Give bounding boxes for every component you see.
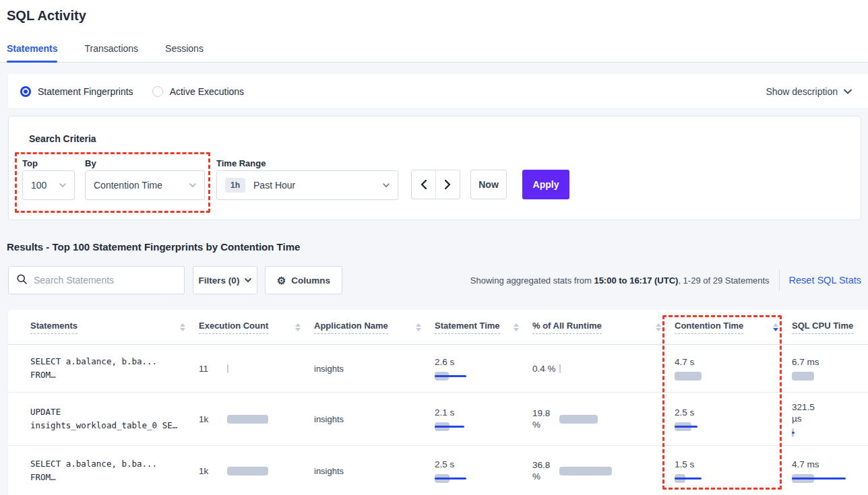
- apply-button[interactable]: Apply: [522, 170, 569, 199]
- search-statements-field[interactable]: [8, 266, 185, 294]
- table-row[interactable]: SELECT a.balance, b.ba...FROM… 11 insigh…: [8, 345, 868, 393]
- statement-cell[interactable]: SELECT a.balance, b.ba...FROM…: [30, 355, 199, 382]
- columns-button[interactable]: ⚙ Columns: [265, 266, 342, 294]
- column-header-pct-runtime[interactable]: % of All Runtime: [532, 321, 675, 334]
- tab-bar: Statements Transactions Sessions: [7, 43, 204, 62]
- bar-chart: [227, 364, 302, 373]
- tab-statements[interactable]: Statements: [7, 43, 57, 62]
- gear-icon: ⚙: [277, 275, 286, 286]
- sort-icon: [656, 323, 665, 331]
- chevron-down-icon: [383, 183, 390, 188]
- chevron-down-icon: [189, 183, 196, 188]
- filters-button[interactable]: Filters (0): [193, 266, 257, 294]
- bar-chart: [559, 467, 662, 475]
- show-description-label: Show description: [766, 86, 838, 97]
- top-label: Top: [22, 158, 38, 168]
- chevron-down-icon: [59, 183, 66, 188]
- radio-unselected-icon: [152, 86, 163, 97]
- by-select-value: Contention Time: [94, 180, 162, 191]
- sort-desc-icon: [773, 323, 782, 331]
- statement-cell[interactable]: SELECT a.balance, b.ba...FROM…: [30, 457, 199, 484]
- statement-time-cell: 2.1 s: [435, 407, 532, 431]
- time-range-value: Past Hour: [253, 180, 295, 191]
- search-statements-input[interactable]: [34, 275, 176, 286]
- sql-cpu-time-cell: 4.7 ms: [792, 459, 868, 483]
- results-heading: Results - Top 100 Statement Fingerprints…: [7, 241, 300, 253]
- sort-icon: [295, 323, 305, 331]
- column-header-sql-cpu-time[interactable]: SQL CPU Time: [792, 321, 868, 334]
- tab-transactions[interactable]: Transactions: [84, 43, 138, 62]
- table-header-row: Statements Execution Count Application N…: [8, 310, 868, 345]
- bar-chart: [792, 474, 852, 483]
- statement-time-cell: 2.6 s: [435, 356, 532, 381]
- reset-sql-stats-link[interactable]: Reset SQL Stats: [789, 275, 861, 286]
- sql-cpu-time-cell: 6.7 ms: [792, 356, 868, 381]
- top-select-value: 100: [31, 180, 46, 191]
- search-icon: [17, 274, 27, 287]
- radio-selected-icon: [20, 86, 31, 97]
- sort-icon: [180, 323, 189, 331]
- contention-time-cell: 2.5 s: [675, 407, 792, 431]
- table-row[interactable]: SELECT a.balance, b.ba...FROM… 1k insigh…: [8, 446, 868, 495]
- statements-table: Statements Execution Count Application N…: [8, 310, 868, 495]
- contention-time-cell: 1.5 s: [675, 459, 792, 483]
- chevron-right-icon: [445, 180, 451, 189]
- bar-chart: [559, 415, 662, 424]
- time-range-badge: 1h: [225, 178, 245, 193]
- prev-time-button[interactable]: [412, 170, 436, 199]
- chevron-left-icon: [421, 180, 427, 189]
- execution-count-cell: 11: [199, 364, 314, 374]
- column-header-application-name[interactable]: Application Name: [314, 321, 435, 334]
- statement-cell[interactable]: UPDATEinsights_workload_table_0 SE…: [30, 405, 199, 432]
- application-name-cell: insights: [314, 364, 435, 374]
- sort-icon: [514, 323, 523, 331]
- bar-chart: [559, 364, 662, 373]
- pct-runtime-cell: 19.8 %: [532, 407, 675, 430]
- time-range-label: Time Range: [216, 158, 266, 168]
- radio-label: Active Executions: [170, 86, 245, 97]
- radio-label: Statement Fingerprints: [38, 86, 133, 97]
- chevron-down-icon: [245, 278, 251, 283]
- column-header-statements[interactable]: Statements: [30, 321, 199, 334]
- bar-chart: [792, 428, 852, 437]
- view-toggle-bar: Statement Fingerprints Active Executions…: [8, 74, 868, 108]
- tab-sessions[interactable]: Sessions: [165, 43, 204, 62]
- radio-active-executions[interactable]: Active Executions: [152, 86, 245, 97]
- sort-icon: [416, 323, 425, 331]
- showing-range: 15:00 to 16:17 (UTC): [594, 275, 678, 286]
- by-select[interactable]: Contention Time: [85, 170, 205, 200]
- top-select[interactable]: 100: [22, 170, 75, 200]
- table-row[interactable]: UPDATEinsights_workload_table_0 SE… 1k i…: [8, 393, 868, 446]
- bar-chart: [435, 372, 495, 381]
- time-range-select[interactable]: 1h Past Hour: [216, 170, 398, 200]
- show-description-toggle[interactable]: Show description: [766, 86, 852, 97]
- column-header-statement-time[interactable]: Statement Time: [435, 321, 532, 334]
- sql-cpu-time-cell: 321.5 µs: [792, 401, 868, 437]
- bar-chart: [792, 372, 852, 381]
- bar-chart: [227, 467, 302, 475]
- page-title: SQL Activity: [7, 8, 86, 24]
- by-label: By: [85, 158, 96, 168]
- now-button[interactable]: Now: [470, 170, 507, 199]
- search-criteria-card: Search Criteria Top 100 By Contention Ti…: [8, 116, 861, 220]
- bar-chart: [675, 372, 735, 381]
- execution-count-cell: 1k: [199, 466, 314, 476]
- application-name-cell: insights: [314, 414, 435, 424]
- sql-activity-page: SQL Activity Statements Transactions Ses…: [0, 0, 868, 495]
- pct-runtime-cell: 0.4 %: [532, 363, 675, 374]
- contention-time-cell: 4.7 s: [675, 356, 792, 381]
- application-name-cell: insights: [314, 466, 435, 476]
- results-meta: Showing aggregated stats from 15:00 to 1…: [470, 266, 861, 294]
- showing-stats-text: Showing aggregated stats from 15:00 to 1…: [470, 275, 770, 286]
- chevron-down-icon: [844, 89, 852, 94]
- column-header-contention-time[interactable]: Contention Time: [675, 321, 792, 334]
- bar-chart: [675, 474, 735, 483]
- radio-statement-fingerprints[interactable]: Statement Fingerprints: [20, 86, 133, 97]
- next-time-button[interactable]: [436, 170, 460, 199]
- column-header-execution-count[interactable]: Execution Count: [199, 321, 314, 334]
- search-criteria-heading: Search Criteria: [29, 133, 96, 144]
- bar-chart: [675, 422, 735, 431]
- pct-runtime-cell: 36.8 %: [532, 459, 675, 482]
- bar-chart: [435, 474, 495, 483]
- bar-chart: [435, 422, 495, 431]
